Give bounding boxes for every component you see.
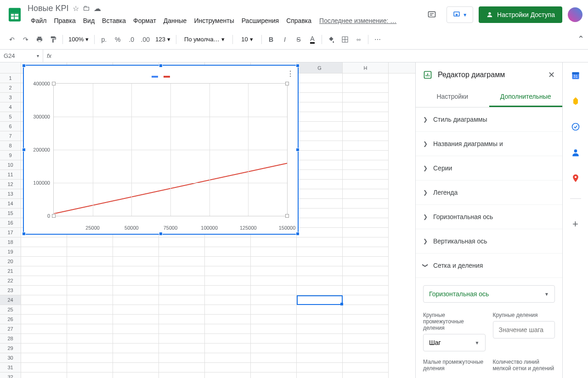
menu-file[interactable]: Файл xyxy=(28,15,50,26)
cell[interactable] xyxy=(205,295,251,305)
cell[interactable] xyxy=(205,344,251,353)
cell[interactable] xyxy=(159,372,205,378)
cell[interactable] xyxy=(297,334,343,344)
cell[interactable] xyxy=(297,73,343,83)
cell[interactable] xyxy=(21,286,67,295)
resize-handle[interactable] xyxy=(296,232,300,236)
sheets-logo[interactable] xyxy=(6,6,24,24)
row-header[interactable]: 1 xyxy=(0,73,21,83)
menu-format[interactable]: Формат xyxy=(130,15,159,26)
row-header[interactable]: 17 xyxy=(0,228,21,237)
menu-insert[interactable]: Вставка xyxy=(99,15,129,26)
cell[interactable] xyxy=(297,237,343,247)
cell[interactable] xyxy=(251,266,297,276)
cell[interactable] xyxy=(159,276,205,286)
font-size-select[interactable]: 10 ▾ xyxy=(236,33,259,46)
cell[interactable] xyxy=(297,363,343,372)
cell[interactable] xyxy=(251,324,297,334)
cell[interactable] xyxy=(343,344,389,353)
row-header[interactable]: 28 xyxy=(0,334,21,344)
cell[interactable] xyxy=(21,324,67,334)
cell[interactable] xyxy=(297,286,343,295)
cell[interactable] xyxy=(343,257,389,266)
cell[interactable] xyxy=(297,295,343,305)
collapse-toolbar-icon[interactable]: ⌃ xyxy=(577,34,584,44)
present-button[interactable]: ▼ xyxy=(447,6,473,23)
cell[interactable] xyxy=(67,315,113,324)
resize-handle[interactable] xyxy=(22,64,26,68)
chart-plot-area[interactable]: 0100000200000300000400000 25000500007500… xyxy=(53,83,288,216)
cell[interactable] xyxy=(343,141,389,151)
cell[interactable] xyxy=(113,353,159,363)
section-chart-style[interactable]: ❯Стиль диаграммы xyxy=(416,107,562,132)
cell[interactable] xyxy=(343,160,389,170)
cell[interactable] xyxy=(113,372,159,378)
text-color-button[interactable]: A xyxy=(306,33,319,46)
chart-object[interactable]: ⋮ 0100000200000300000400000 250005000075… xyxy=(23,65,299,235)
last-edit-link[interactable]: Последнее изменение: … xyxy=(319,17,396,24)
row-header[interactable]: 16 xyxy=(0,218,21,228)
cell[interactable] xyxy=(343,170,389,180)
row-header[interactable]: 4 xyxy=(0,102,21,112)
increase-decimal-icon[interactable]: .00 xyxy=(139,33,152,46)
close-icon[interactable]: ✕ xyxy=(548,70,555,80)
cell[interactable] xyxy=(251,353,297,363)
resize-handle[interactable] xyxy=(296,64,300,68)
cell[interactable] xyxy=(297,315,343,324)
cell[interactable] xyxy=(113,257,159,266)
cell[interactable] xyxy=(343,112,389,122)
percent-button[interactable]: % xyxy=(111,33,124,46)
cell[interactable] xyxy=(67,276,113,286)
more-icon[interactable]: ⋯ xyxy=(371,33,384,46)
redo-icon[interactable]: ↷ xyxy=(19,33,32,46)
cell[interactable] xyxy=(297,247,343,257)
row-header[interactable]: 20 xyxy=(0,257,21,266)
cell[interactable] xyxy=(21,247,67,257)
plot-handle[interactable] xyxy=(52,214,56,218)
row-header[interactable]: 2 xyxy=(0,83,21,93)
cell[interactable] xyxy=(67,247,113,257)
cell[interactable] xyxy=(343,73,389,83)
cell[interactable] xyxy=(21,353,67,363)
cell[interactable] xyxy=(205,353,251,363)
cell[interactable] xyxy=(343,324,389,334)
cell[interactable] xyxy=(251,344,297,353)
tab-customize[interactable]: Дополнительные xyxy=(489,87,563,107)
cell[interactable] xyxy=(251,286,297,295)
cell[interactable] xyxy=(343,83,389,93)
cell[interactable] xyxy=(205,266,251,276)
cell[interactable] xyxy=(297,160,343,170)
cell[interactable] xyxy=(297,372,343,378)
cell[interactable] xyxy=(297,266,343,276)
cell[interactable] xyxy=(113,237,159,247)
cell[interactable] xyxy=(343,305,389,315)
row-header[interactable]: 5 xyxy=(0,112,21,122)
cell[interactable] xyxy=(251,276,297,286)
bold-button[interactable]: B xyxy=(265,33,277,46)
menu-tools[interactable]: Инструменты xyxy=(191,15,237,26)
cell[interactable] xyxy=(297,93,343,102)
cell[interactable] xyxy=(113,315,159,324)
cell[interactable] xyxy=(159,266,205,276)
cell[interactable] xyxy=(113,286,159,295)
cell[interactable] xyxy=(113,363,159,372)
resize-handle[interactable] xyxy=(22,148,26,152)
cell[interactable] xyxy=(343,266,389,276)
cell[interactable] xyxy=(297,102,343,112)
spreadsheet-area[interactable]: A B C D E F G H 123456789101112131415161… xyxy=(0,62,415,378)
col-header[interactable]: G xyxy=(297,62,343,73)
resize-handle[interactable] xyxy=(296,148,300,152)
cell[interactable] xyxy=(205,305,251,315)
row-header[interactable]: 23 xyxy=(0,286,21,295)
cell[interactable] xyxy=(21,334,67,344)
cell[interactable] xyxy=(343,122,389,131)
cell[interactable] xyxy=(297,257,343,266)
keep-icon[interactable] xyxy=(566,92,585,110)
cell[interactable] xyxy=(297,151,343,160)
cell[interactable] xyxy=(343,228,389,237)
cell[interactable] xyxy=(343,334,389,344)
cell[interactable] xyxy=(343,93,389,102)
cell[interactable] xyxy=(21,295,67,305)
share-button[interactable]: Настройки Доступа xyxy=(479,6,562,23)
cell[interactable] xyxy=(297,218,343,228)
